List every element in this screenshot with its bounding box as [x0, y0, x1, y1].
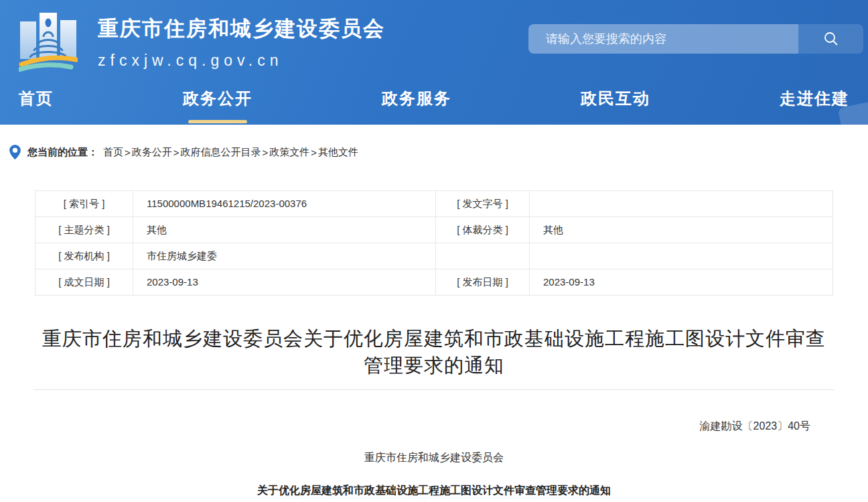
breadcrumb-label: 您当前的位置： — [27, 146, 98, 159]
search-button[interactable] — [798, 24, 863, 54]
search-bar — [528, 24, 863, 54]
meta-value-written-date: 2023-09-13 — [133, 269, 436, 295]
document-meta-table: [ 索引号 ] 11500000MB19461215/2023-00376 [ … — [35, 190, 833, 296]
meta-label-genre-category: [ 体裁分类 ] — [436, 217, 530, 243]
table-row: [ 发布机构 ] 市住房城乡建委 — [35, 243, 833, 269]
site-logo-icon[interactable] — [19, 7, 78, 72]
breadcrumb-home[interactable]: 首页 — [103, 146, 123, 159]
meta-label-index-number: [ 索引号 ] — [35, 191, 133, 216]
table-row: [ 主题分类 ] 其他 [ 体裁分类 ] 其他 — [35, 217, 833, 243]
meta-value-issuing-agency: 市住房城乡建委 — [133, 243, 436, 269]
table-row: [ 成文日期 ] 2023-09-13 [ 发布日期 ] 2023-09-13 — [35, 269, 833, 295]
location-pin-icon — [9, 145, 21, 160]
meta-label-doc-symbol: [ 发文字号 ] — [436, 191, 530, 216]
nav-item-gov-disclosure[interactable]: 政务公开 — [183, 84, 252, 125]
meta-value-publish-date: 2023-09-13 — [530, 269, 834, 295]
meta-label-issuing-agency: [ 发布机构 ] — [35, 243, 133, 269]
breadcrumb-separator: > — [263, 147, 269, 158]
document-issuer: 重庆市住房和城乡建设委员会 — [35, 451, 833, 465]
page-title: 重庆市住房和城乡建设委员会关于优化房屋建筑和市政基础设施工程施工图设计文件审查管… — [35, 325, 833, 379]
nav-item-gov-services[interactable]: 政务服务 — [382, 84, 451, 125]
table-row: [ 索引号 ] 11500000MB19461215/2023-00376 [ … — [35, 191, 833, 217]
site-header: 重庆市住房和城乡建设委员会 zfcxjw.cq.gov.cn 首页 政务公开 政… — [0, 0, 868, 125]
breadcrumb-gov-disclosure[interactable]: 政务公开 — [132, 146, 172, 159]
meta-value-empty — [530, 243, 834, 269]
document-number: 渝建勘设〔2023〕40号 — [35, 420, 833, 434]
search-input[interactable] — [528, 24, 798, 54]
breadcrumb-policy-files[interactable]: 政策文件 — [269, 146, 309, 159]
site-identity: 重庆市住房和城乡建设委员会 zfcxjw.cq.gov.cn — [98, 15, 385, 70]
meta-label-written-date: [ 成文日期 ] — [35, 269, 133, 295]
meta-value-doc-symbol — [530, 191, 834, 216]
breadcrumb-separator: > — [125, 147, 131, 158]
title-divider — [33, 389, 835, 390]
nav-item-about-housing[interactable]: 走进住建 — [780, 84, 849, 125]
breadcrumb-separator: > — [311, 147, 317, 158]
site-url: zfcxjw.cq.gov.cn — [98, 52, 385, 70]
breadcrumb-separator: > — [173, 147, 179, 158]
document-subtitle: 关于优化房屋建筑和市政基础设施工程施工图设计文件审查管理要求的通知 — [35, 484, 833, 498]
meta-value-genre-category: 其他 — [530, 217, 834, 243]
breadcrumb-other-files[interactable]: 其他文件 — [318, 146, 358, 159]
meta-value-index-number: 11500000MB19461215/2023-00376 — [133, 191, 436, 216]
breadcrumb-info-directory[interactable]: 政府信息公开目录 — [181, 146, 261, 159]
search-icon — [823, 31, 839, 47]
nav-item-public-interaction[interactable]: 政民互动 — [581, 84, 650, 125]
meta-value-topic-category: 其他 — [133, 217, 436, 243]
meta-label-publish-date: [ 发布日期 ] — [436, 269, 530, 295]
site-title: 重庆市住房和城乡建设委员会 — [98, 15, 385, 43]
nav-item-home[interactable]: 首页 — [19, 84, 54, 125]
header-top: 重庆市住房和城乡建设委员会 zfcxjw.cq.gov.cn — [0, 0, 868, 79]
meta-label-empty — [436, 243, 530, 269]
main-nav: 首页 政务公开 政务服务 政民互动 走进住建 — [0, 79, 868, 125]
meta-label-topic-category: [ 主题分类 ] — [35, 217, 133, 243]
breadcrumb: 您当前的位置： 首页 > 政务公开 > 政府信息公开目录 > 政策文件 > 其他… — [9, 145, 868, 160]
